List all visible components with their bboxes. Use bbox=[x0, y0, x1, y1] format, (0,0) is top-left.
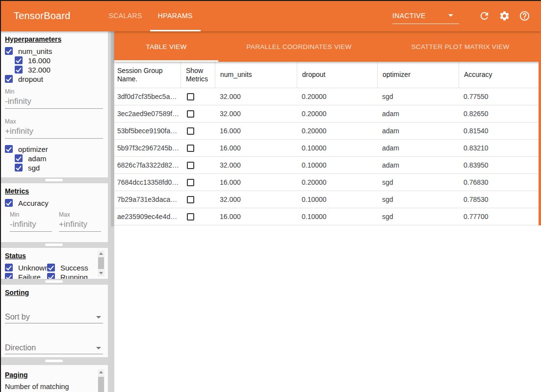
checked-checkbox-icon bbox=[5, 273, 13, 279]
help-button[interactable] bbox=[518, 10, 530, 22]
show-metrics-checkbox[interactable] bbox=[187, 162, 194, 169]
optimizer-cell: sgd bbox=[377, 88, 459, 105]
dropout-cell: 0.10000 bbox=[297, 157, 377, 173]
status-dropdown-value: INACTIVE bbox=[392, 12, 426, 20]
accuracy-min-field: Min -infinity bbox=[10, 211, 52, 232]
show-metrics-checkbox[interactable] bbox=[187, 93, 194, 100]
section-resize-handle[interactable] bbox=[45, 360, 63, 362]
num-units-cell: 16.000 bbox=[215, 174, 297, 191]
col-num-units[interactable]: num_units bbox=[215, 62, 297, 88]
checkbox-num-units-32[interactable]: 32.000 bbox=[15, 65, 103, 74]
gear-icon bbox=[499, 10, 510, 22]
optimizer-cell: adam bbox=[377, 140, 459, 156]
checkbox-status-success[interactable]: Success bbox=[47, 263, 103, 272]
checkbox-num-units[interactable]: num_units bbox=[5, 47, 103, 55]
checkbox-status-running[interactable]: Running bbox=[47, 272, 103, 279]
checked-checkbox-icon bbox=[15, 66, 23, 74]
scrollbar-thumb[interactable] bbox=[98, 257, 104, 269]
tab-table-view[interactable]: TABLE VIEW bbox=[114, 31, 218, 62]
paging-scrollbar[interactable] bbox=[98, 369, 104, 392]
num-units-cell: 32.000 bbox=[215, 157, 297, 173]
sidebar-scrollbar-thumb[interactable] bbox=[111, 31, 114, 226]
show-metrics-checkbox[interactable] bbox=[187, 213, 194, 220]
section-resize-handle[interactable] bbox=[45, 244, 63, 246]
show-metrics-checkbox[interactable] bbox=[187, 145, 194, 152]
checked-checkbox-icon bbox=[5, 75, 13, 83]
table-row: 3df0d7cf35bec5a… 32.000 0.20000 sgd 0.77… bbox=[114, 88, 541, 105]
table-body: 3df0d7cf35bec5a… 32.000 0.20000 sgd 0.77… bbox=[114, 88, 541, 225]
session-group-name-cell: 7684dcc13358fd0… bbox=[114, 174, 180, 191]
show-metrics-checkbox[interactable] bbox=[187, 110, 194, 118]
show-metrics-cell bbox=[180, 122, 215, 139]
tab-scatter-plot-matrix-view[interactable]: SCATTER PLOT MATRIX VIEW bbox=[380, 31, 541, 62]
accuracy-cell: 0.82650 bbox=[459, 105, 541, 122]
table-row: 5b97f3c2967245b… 16.000 0.10000 adam 0.8… bbox=[114, 140, 541, 157]
scrollbar-thumb[interactable] bbox=[98, 377, 104, 392]
col-optimizer[interactable]: optimizer bbox=[377, 62, 459, 88]
optimizer-cell: adam bbox=[377, 105, 459, 122]
content-area: Hyperparameters num_units 16.000 32.000 … bbox=[0, 31, 541, 392]
dropout-cell: 0.10000 bbox=[297, 191, 377, 208]
table-header-row: Session Group Name. Show Metrics num_uni… bbox=[114, 62, 541, 88]
status-scrollbar[interactable] bbox=[98, 250, 104, 276]
accuracy-range-fields: Min -infinity Max +infinity bbox=[10, 211, 103, 232]
section-paging: Paging Number of matching session groups… bbox=[0, 365, 108, 392]
status-dropdown[interactable]: INACTIVE bbox=[392, 7, 459, 24]
show-metrics-cell bbox=[180, 191, 215, 208]
optimizer-cell: sgd bbox=[377, 208, 459, 225]
accuracy-min-input[interactable]: -infinity bbox=[10, 218, 52, 232]
checkbox-adam[interactable]: adam bbox=[15, 154, 103, 163]
paging-heading: Paging bbox=[5, 371, 103, 379]
sidebar-scrollbar[interactable] bbox=[108, 31, 114, 392]
accuracy-max-input[interactable]: +infinity bbox=[59, 218, 101, 232]
col-session-group-name[interactable]: Session Group Name. bbox=[114, 62, 180, 88]
optimizer-cell: adam bbox=[377, 122, 459, 139]
session-group-name-cell: ae235909ec4e4d… bbox=[114, 208, 180, 225]
checked-checkbox-icon bbox=[5, 264, 13, 271]
table-row: ae235909ec4e4d… 16.000 0.10000 sgd 0.777… bbox=[114, 208, 541, 225]
checkbox-dropout[interactable]: dropout bbox=[5, 74, 103, 83]
tab-parallel-coordinates-view[interactable]: PARALLEL COORDINATES VIEW bbox=[218, 31, 380, 62]
direction-select[interactable]: Direction bbox=[5, 342, 103, 354]
section-resize-handle[interactable] bbox=[45, 280, 63, 283]
checked-checkbox-icon bbox=[15, 154, 23, 162]
num-units-cell: 32.000 bbox=[215, 88, 297, 105]
col-dropout[interactable]: dropout bbox=[297, 62, 377, 88]
checked-checkbox-icon bbox=[47, 273, 55, 279]
scroll-down-icon[interactable] bbox=[99, 272, 103, 274]
sort-by-select[interactable]: Sort by bbox=[5, 311, 103, 323]
max-label: Max bbox=[5, 118, 103, 125]
tab-hparams[interactable]: HPARAMS bbox=[150, 0, 201, 31]
hyperparameters-heading: Hyperparameters bbox=[5, 35, 103, 43]
chevron-down-icon bbox=[448, 14, 453, 17]
chevron-down-icon bbox=[96, 347, 101, 349]
col-show-metrics[interactable]: Show Metrics bbox=[180, 62, 215, 88]
section-status: Status Unknown Success Failure Running bbox=[0, 248, 108, 279]
tab-scalars[interactable]: SCALARS bbox=[101, 0, 150, 31]
section-metrics: Metrics Accuracy Min -infinity Max +infi… bbox=[0, 183, 108, 242]
checkbox-accuracy[interactable]: Accuracy bbox=[5, 198, 103, 207]
checkbox-status-failure[interactable]: Failure bbox=[5, 272, 47, 279]
refresh-button[interactable] bbox=[478, 10, 490, 22]
scroll-up-icon[interactable] bbox=[99, 371, 103, 373]
dropout-cell: 0.20000 bbox=[297, 122, 377, 139]
checkbox-num-units-16[interactable]: 16.000 bbox=[15, 56, 103, 65]
max-label: Max bbox=[59, 211, 101, 218]
checkbox-optimizer[interactable]: optimizer bbox=[5, 145, 103, 153]
max-input[interactable]: +infinity bbox=[5, 125, 103, 139]
scroll-up-icon[interactable] bbox=[99, 252, 103, 255]
section-divider bbox=[0, 279, 108, 285]
col-accuracy[interactable]: Accuracy bbox=[459, 62, 541, 88]
checkbox-status-unknown[interactable]: Unknown bbox=[5, 263, 47, 272]
settings-button[interactable] bbox=[498, 10, 510, 22]
show-metrics-checkbox[interactable] bbox=[187, 127, 194, 135]
sidebar: Hyperparameters num_units 16.000 32.000 … bbox=[0, 31, 108, 392]
table-row: 6826c7fa3322d82… 32.000 0.10000 adam 0.8… bbox=[114, 157, 541, 174]
num-units-cell: 32.000 bbox=[215, 105, 297, 122]
section-resize-handle[interactable] bbox=[45, 179, 63, 181]
show-metrics-checkbox[interactable] bbox=[187, 179, 194, 186]
checkbox-sgd[interactable]: sgd bbox=[15, 163, 103, 172]
min-input[interactable]: -infinity bbox=[5, 95, 103, 109]
show-metrics-checkbox[interactable] bbox=[187, 196, 194, 203]
section-divider bbox=[0, 357, 108, 365]
